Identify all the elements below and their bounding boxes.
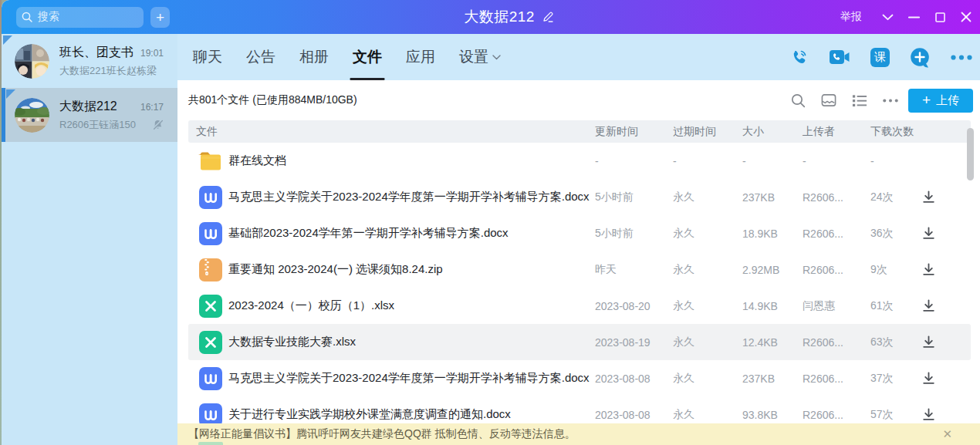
file-uploader: R2606... xyxy=(803,409,870,421)
covered-row-sliver xyxy=(198,442,223,445)
file-downloads: 36次 xyxy=(870,227,920,241)
file-row[interactable]: 重要通知 2023-2024(一) 选课须知8.24.zip 昨天 永久 2.9… xyxy=(188,251,971,288)
file-uploader: R2606... xyxy=(803,264,870,276)
banner-close-icon[interactable]: ✕ xyxy=(942,427,952,441)
search-input[interactable]: 搜索 xyxy=(16,7,144,28)
chat-name: 大数据212 xyxy=(59,99,137,115)
chevron-down-icon xyxy=(492,55,501,60)
download-icon[interactable] xyxy=(922,372,935,385)
close-button[interactable] xyxy=(953,0,979,34)
more-files-options-icon[interactable] xyxy=(883,93,898,108)
voice-call-icon[interactable] xyxy=(789,48,809,67)
add-more-icon[interactable] xyxy=(910,47,931,68)
file-updated: 2023-08-20 xyxy=(595,300,673,312)
file-expiry: 永久 xyxy=(673,335,742,349)
file-expiry: 永久 xyxy=(673,372,742,386)
file-size: 18.9KB xyxy=(742,228,803,240)
chat-time: 19:01 xyxy=(140,48,164,59)
course-icon[interactable]: 课 xyxy=(870,48,890,67)
chat-last-message: R2606王钰涵150 xyxy=(59,118,150,132)
chat-time: 16:17 xyxy=(140,102,164,113)
video-call-icon[interactable] xyxy=(829,49,850,66)
files-count: 共801个文件 (已使用884MB/10GB) xyxy=(188,93,357,107)
column-header-downloads: 下载次数 xyxy=(870,125,920,139)
file-downloads: - xyxy=(870,155,920,167)
file-expiry: 永久 xyxy=(673,263,742,277)
chat-list-sidebar: 班长、团支书 19:01 大数据221班长赵栋梁 xyxy=(2,34,177,445)
file-type-icon xyxy=(198,366,223,391)
tab-chat[interactable]: 聊天 xyxy=(193,34,222,80)
file-row[interactable]: 2023-2024（一）校历（1）.xlsx 2023-08-20 永久 14.… xyxy=(188,288,971,324)
download-icon[interactable] xyxy=(922,190,935,204)
download-icon[interactable] xyxy=(922,227,935,240)
file-row[interactable]: 大数据专业技能大赛.xlsx 2023-08-19 永久 12.4KB R260… xyxy=(188,324,971,360)
file-size: 237KB xyxy=(742,373,803,385)
file-uploader: - xyxy=(803,155,870,167)
group-tabs-bar: 聊天 公告 相册 文件 应用 设置 xyxy=(177,34,980,80)
qq-group-window: 搜索 + 大数据212 举报 xyxy=(2,0,980,445)
file-row[interactable]: 群在线文档 - - - - - xyxy=(188,143,971,179)
files-table-header: 文件 更新时间 过期时间 大小 上传者 下载次数 xyxy=(188,120,971,143)
download-icon[interactable] xyxy=(922,335,935,349)
file-updated: 2023-08-19 xyxy=(595,336,673,349)
download-icon[interactable] xyxy=(922,408,935,421)
file-type-icon xyxy=(198,221,223,246)
file-row[interactable]: 马克思主义学院关于2023-2024学年度第一学期开学补考辅导方案.docx 2… xyxy=(188,360,971,396)
group-title: 大数据212 xyxy=(464,7,535,27)
upload-button[interactable]: +上传 xyxy=(908,89,973,113)
tab-album[interactable]: 相册 xyxy=(299,34,329,80)
report-button[interactable]: 举报 xyxy=(840,10,862,24)
file-expiry: 永久 xyxy=(673,408,742,422)
file-size: - xyxy=(742,155,803,167)
pinned-indicator xyxy=(3,35,12,45)
inbox-icon[interactable] xyxy=(821,93,836,108)
download-icon[interactable] xyxy=(922,263,935,276)
tab-announcement[interactable]: 公告 xyxy=(246,34,275,80)
tab-files[interactable]: 文件 xyxy=(353,34,382,80)
file-size: 237KB xyxy=(742,191,803,204)
file-name: 大数据专业技能大赛.xlsx xyxy=(228,335,356,349)
chat-item-dashuju212[interactable]: 大数据212 16:17 R2606王钰涵150 xyxy=(2,88,177,142)
file-name: 基础部2023-2024学年第一学期开学补考辅导方案.docx xyxy=(228,226,509,241)
titlebar: 搜索 + 大数据212 举报 xyxy=(2,0,980,34)
file-uploader: R2606... xyxy=(803,336,870,349)
scrollbar-thumb[interactable] xyxy=(967,128,974,180)
files-rows: 群在线文档 - - - - - 马克思主义学院关于2023-2024学年度第一学… xyxy=(188,143,971,433)
files-toolbar-icons xyxy=(790,93,898,108)
file-name: 马克思主义学院关于2023-2024学年度第一学期开学补考辅导方案.docx xyxy=(228,190,590,204)
chat-item-banzhang[interactable]: 班长、团支书 19:01 大数据221班长赵栋梁 xyxy=(2,34,177,88)
file-updated: - xyxy=(595,155,673,167)
file-uploader: 闫恩惠 xyxy=(803,299,870,313)
file-type-icon xyxy=(198,330,223,355)
file-downloads: 24次 xyxy=(870,190,920,204)
tab-apps[interactable]: 应用 xyxy=(406,34,435,80)
file-name: 关于进行专业实践学期校外课堂满意度调查的通知.docx xyxy=(228,407,511,422)
file-downloads: 37次 xyxy=(870,372,920,386)
file-size: 2.92MB xyxy=(742,264,803,276)
file-search-icon[interactable] xyxy=(790,93,806,108)
file-type-icon xyxy=(198,294,223,319)
column-header-uploader: 上传者 xyxy=(803,125,870,139)
file-expiry: 永久 xyxy=(673,190,742,204)
file-type-icon xyxy=(198,185,223,210)
collapse-chevron-icon[interactable] xyxy=(874,0,901,34)
file-row[interactable]: 马克思主义学院关于2023-2024学年度第一学期开学补考辅导方案.docx 5… xyxy=(188,179,971,215)
muted-bell-icon xyxy=(152,119,164,130)
tab-settings[interactable]: 设置 xyxy=(459,34,501,80)
tabs: 聊天 公告 相册 文件 应用 设置 xyxy=(193,34,501,80)
file-downloads: 63次 xyxy=(870,335,920,349)
pinned-indicator xyxy=(6,89,15,99)
file-row[interactable]: 基础部2023-2024学年第一学期开学补考辅导方案.docx 5小时前 永久 … xyxy=(188,215,971,251)
download-icon[interactable] xyxy=(922,299,935,312)
file-type-icon xyxy=(198,258,223,282)
notice-banner: 【网络正能量倡议书】腾讯呼吁网友共建绿色QQ群 抵制色情、反动等违法信息。 ✕ xyxy=(177,423,980,445)
maximize-button[interactable] xyxy=(927,0,953,34)
minimize-button[interactable] xyxy=(901,0,927,34)
file-name: 2023-2024（一）校历（1）.xlsx xyxy=(228,298,394,313)
file-name: 重要通知 2023-2024(一) 选课须知8.24.zip xyxy=(228,262,443,277)
chat-last-message: 大数据221班长赵栋梁 xyxy=(59,64,164,78)
more-options-icon[interactable] xyxy=(951,55,972,60)
add-button[interactable]: + xyxy=(150,7,170,28)
edit-title-icon[interactable] xyxy=(542,11,554,23)
list-view-icon[interactable] xyxy=(852,93,867,108)
